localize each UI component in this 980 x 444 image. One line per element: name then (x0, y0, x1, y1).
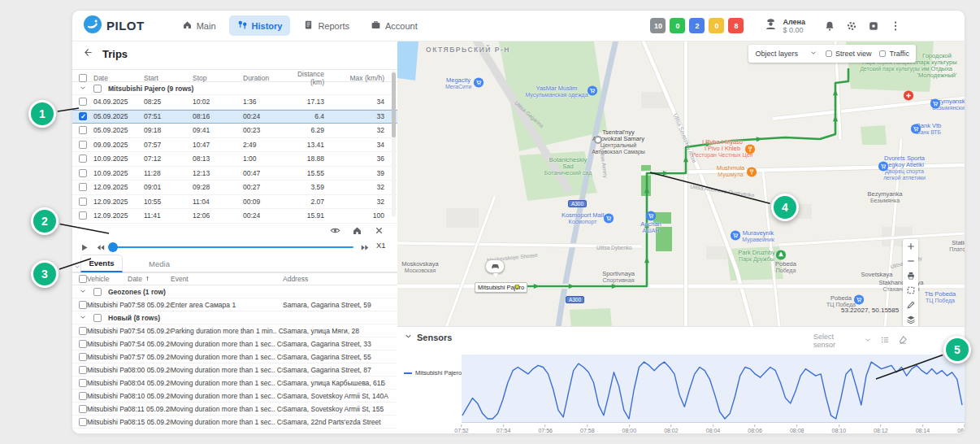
nav-item-history[interactable]: History (229, 15, 291, 36)
playback-slider-handle[interactable] (108, 242, 118, 252)
event-row[interactable]: Mitsubishi Paj...08:10 05.09.20...Moving… (72, 390, 397, 403)
trip-row[interactable]: 09.09.202507:5710:472:4913.4134 (72, 138, 397, 153)
tab-events[interactable]: Events (80, 255, 123, 272)
kebab-icon[interactable] (890, 20, 901, 32)
bell-icon[interactable] (824, 20, 835, 32)
show-track-icon[interactable] (330, 225, 340, 236)
row-checkbox[interactable] (79, 198, 87, 206)
select-all-checkbox[interactable] (79, 74, 87, 82)
apps-icon[interactable] (868, 20, 879, 32)
group-checkbox[interactable] (93, 288, 102, 296)
playback-slider[interactable] (110, 246, 353, 248)
collapse-sensors-icon[interactable] (404, 332, 413, 342)
close-track-icon[interactable] (374, 225, 384, 236)
select-sensor-input[interactable]: Select sensor (813, 333, 856, 349)
zoom-out-icon[interactable] (906, 256, 916, 266)
trips-scrollbar[interactable] (392, 71, 396, 217)
chevron-down-icon[interactable] (79, 313, 90, 323)
counter-badge-4[interactable]: 8 (728, 18, 744, 33)
street-view-checkbox[interactable]: Street view (826, 50, 872, 58)
speed-chart[interactable] (462, 355, 965, 423)
nav-item-account[interactable]: Account (362, 15, 426, 36)
events-group-row[interactable]: Geozones (1 row) (72, 285, 397, 298)
select-all-checkbox[interactable] (79, 275, 87, 283)
trip-row[interactable]: 04.09.202508:2510:021:3617.1334 (72, 95, 397, 110)
restaurant-poi-marker[interactable] (745, 143, 756, 158)
chevron-down-icon[interactable] (864, 336, 872, 346)
clear-sensors-icon[interactable] (898, 335, 908, 346)
row-checkbox[interactable] (79, 183, 87, 191)
select-area-icon[interactable] (906, 285, 916, 295)
trip-row[interactable]: 12.09.202510:5511:0400:092.0732 (72, 195, 397, 210)
tab-media[interactable]: Media (141, 255, 178, 272)
shopping-poi-marker[interactable] (604, 212, 614, 227)
shopping-poi-marker[interactable] (911, 123, 921, 137)
chevron-down-icon[interactable] (79, 84, 90, 94)
object-layers-dropdown[interactable]: Object layers (755, 49, 817, 59)
row-checkbox[interactable] (79, 340, 87, 348)
shopping-poi-marker[interactable] (731, 229, 741, 244)
group-checkbox[interactable] (93, 314, 102, 322)
nav-item-reports[interactable]: Reports (295, 15, 358, 36)
row-checkbox[interactable] (79, 418, 87, 426)
shopping-poi-marker[interactable] (930, 98, 941, 112)
event-row[interactable]: Mitsubishi Paj...08:15 05.09.20...Moving… (72, 416, 397, 429)
counter-badge-1[interactable]: 0 (670, 18, 685, 33)
map[interactable]: ОКТЯБРЬСКИЙ Р-НMegacityМегаСитиYasMar Mu… (397, 41, 965, 326)
row-checkbox[interactable] (79, 366, 87, 374)
counter-badge-0[interactable]: 10 (650, 18, 666, 33)
playback-speed[interactable]: X1 (376, 241, 386, 250)
row-checkbox[interactable] (79, 211, 87, 220)
shopping-poi-marker[interactable] (646, 210, 657, 224)
event-row[interactable]: Mitsubishi Paj...08:11 05.09.20...Moving… (72, 403, 397, 416)
event-row[interactable]: Mitsubishi Paj...07:57 05.09.20...Moving… (72, 350, 397, 363)
group-checkbox[interactable] (93, 85, 102, 93)
row-checkbox[interactable] (79, 98, 87, 106)
event-row[interactable]: Mitsubishi Paj...07:54 05.09.20...Parkin… (72, 324, 397, 337)
zoom-in-icon[interactable] (906, 242, 916, 251)
gear-icon[interactable] (846, 20, 857, 32)
layers-icon[interactable] (906, 315, 916, 324)
measure-icon[interactable] (906, 300, 916, 310)
row-checkbox[interactable] (79, 327, 87, 335)
print-map-icon[interactable] (906, 271, 916, 281)
trip-row[interactable]: 05.09.202509:1809:4100:236.2932 (72, 124, 397, 138)
shopping-poi-marker[interactable] (878, 160, 889, 175)
trips-group-row[interactable]: Mitsubishi Pajero (9 rows) (72, 82, 397, 95)
user-account[interactable]: Алена $ 0.00 (764, 17, 805, 34)
counter-badge-3[interactable]: 0 (709, 18, 724, 33)
sort-asc-icon[interactable] (144, 275, 151, 284)
event-row[interactable]: Mitsubishi Paj...07:58 05.09.20...Enter … (72, 298, 397, 311)
chevron-down-icon[interactable] (79, 287, 90, 297)
event-row[interactable]: Mitsubishi Paj...08:00 05.09.20...Moving… (72, 363, 397, 377)
trip-row[interactable]: 10.09.202507:1208:131:0018.8836 (72, 152, 397, 167)
event-row[interactable]: Mitsubishi Paj...08:04 05.09.20...Moving… (72, 377, 397, 390)
row-checkbox[interactable] (79, 301, 87, 309)
vehicle-marker[interactable] (485, 259, 505, 273)
shopping-poi-marker[interactable] (594, 136, 602, 144)
back-arrow-icon[interactable] (82, 46, 93, 61)
traffic-checkbox[interactable]: Traffic (879, 50, 909, 58)
center-map-icon[interactable] (352, 225, 362, 236)
vehicle-label[interactable]: Mitsubishi Pajero (475, 282, 527, 293)
shopping-poi-marker[interactable] (588, 85, 598, 99)
trip-row[interactable]: 10.09.202511:2812:1300:4715.5539 (72, 167, 397, 181)
nav-item-main[interactable]: Main (174, 15, 224, 36)
row-checkbox[interactable] (79, 155, 87, 163)
shopping-poi-marker[interactable] (474, 76, 484, 91)
row-checkbox[interactable] (79, 405, 87, 413)
counter-badge-2[interactable]: 2 (689, 18, 705, 33)
row-checkbox[interactable] (79, 169, 87, 177)
trip-row[interactable]: 05.09.202507:5108:1600:246.433 (72, 110, 397, 124)
events-group-row[interactable]: Новый (8 rows) (72, 311, 397, 324)
row-checkbox[interactable] (79, 392, 87, 400)
event-row[interactable]: Mitsubishi Paj...07:54 05.09.20...Moving… (72, 337, 397, 350)
row-checkbox[interactable] (79, 141, 87, 149)
row-checkbox[interactable] (79, 353, 87, 361)
restaurant-poi-marker[interactable] (747, 166, 757, 181)
row-checkbox[interactable] (79, 112, 87, 120)
trip-row[interactable]: 12.09.202511:4112:0600:2415.91100 (72, 209, 397, 224)
row-checkbox[interactable] (79, 126, 87, 134)
sensor-list-icon[interactable] (880, 335, 890, 346)
hospital-poi-marker[interactable] (904, 89, 914, 104)
